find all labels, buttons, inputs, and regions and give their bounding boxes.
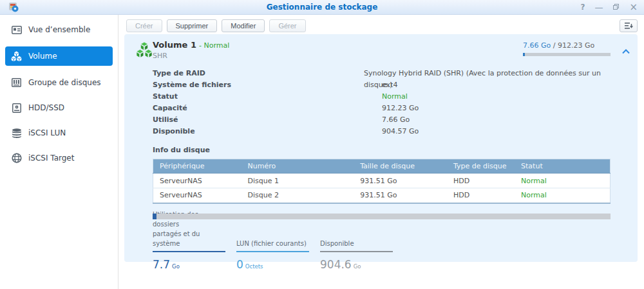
sidebar: Vue d’ensemble — [0, 15, 118, 289]
legend-underline — [236, 251, 309, 252]
table-row[interactable]: ServeurNAS Disque 1 931.51 Go HDD Normal — [153, 174, 611, 188]
volume-cubes-icon — [11, 51, 22, 62]
iscsi-lun-icon — [11, 128, 22, 139]
usage-total-value: 912.23 Go — [558, 41, 594, 50]
chevron-up-icon[interactable] — [622, 48, 630, 56]
detail-row-status: Statut Normal — [153, 91, 611, 103]
iscsi-target-icon — [11, 153, 22, 164]
delete-button[interactable]: Supprimer — [167, 19, 218, 32]
col-size[interactable]: Taille de disque — [354, 159, 447, 174]
disk-table-header-row: Périphérique Numéro Taille de disque Typ… — [153, 159, 611, 174]
sidebar-item-label: Groupe de disques — [28, 78, 101, 87]
sidebar-item-label: iSCSI LUN — [28, 128, 66, 137]
usage-breakdown-bar-used — [153, 214, 156, 219]
volume-name: Volume 1 — [153, 40, 196, 50]
window-controls: ? — × — [580, 0, 638, 15]
window-title: Gestionnaire de stockage — [0, 3, 644, 12]
volume-status-badge: - Normal — [199, 41, 229, 50]
modify-button[interactable]: Modifier — [222, 19, 265, 32]
sidebar-item-vue-densemble[interactable]: Vue d’ensemble — [5, 21, 113, 38]
legend-underline — [153, 251, 225, 252]
col-number[interactable]: Numéro — [242, 159, 354, 174]
sidebar-item-hdd-ssd[interactable]: HDD/SSD — [5, 99, 113, 116]
sidebar-item-label: Vue d’ensemble — [28, 25, 90, 34]
col-status[interactable]: Statut — [515, 159, 610, 174]
help-icon[interactable]: ? — [580, 0, 585, 15]
detail-row-available: Disponible 904.57 Go — [153, 126, 611, 137]
sort-descending-icon[interactable] — [620, 19, 638, 32]
sidebar-item-label: iSCSI Target — [28, 154, 74, 163]
overview-icon — [11, 25, 22, 35]
legend-value: 904.6Go — [320, 258, 393, 271]
table-row[interactable]: ServeurNAS Disque 2 931.51 Go HDD Normal — [153, 188, 611, 203]
usage-used-value: 7.66 Go — [523, 41, 551, 50]
legend-value: 0Octets — [236, 258, 309, 271]
close-icon[interactable]: × — [629, 0, 638, 15]
volume-details: Type de RAID Synology Hybrid RAID (SHR) … — [153, 68, 611, 137]
sidebar-item-label: Volume — [28, 52, 57, 61]
sidebar-item-label: HDD/SSD — [28, 103, 64, 112]
usage-legend: Utilisation des dossiers partagés et du … — [153, 227, 611, 271]
legend-underline — [320, 251, 393, 252]
volume-header[interactable]: Volume 1 - Normal SHR 7.66 Go / 912.23 G… — [153, 40, 611, 65]
storage-manager-window: Gestionnaire de stockage ? — × — [0, 0, 644, 289]
disk-info-table: Périphérique Numéro Taille de disque Typ… — [153, 159, 611, 204]
maximize-icon[interactable] — [612, 0, 620, 15]
volume-usage-progressbar-fill — [523, 53, 525, 56]
legend-lun: LUN (fichier courants) 0Octets — [236, 227, 309, 271]
titlebar: Gestionnaire de stockage ? — × — [0, 0, 644, 15]
detail-row-raid-type: Type de RAID Synology Hybrid RAID (SHR) … — [153, 68, 611, 79]
disk-info-title: Info du disque — [153, 146, 611, 154]
legend-shared-system: Utilisation des dossiers partagés et du … — [153, 227, 225, 271]
sidebar-item-groupe-de-disques[interactable]: Groupe de disques — [5, 74, 113, 91]
legend-value: 7.7Go — [153, 258, 225, 271]
legend-available: Disponible 904.6Go — [320, 227, 393, 271]
volume-usage-progressbar — [523, 53, 611, 56]
detail-row-filesystem: Système de fichiers ext4 — [153, 79, 611, 91]
main-content: Créer Supprimer Modifier Gérer — [118, 15, 644, 289]
col-type[interactable]: Type de disque — [447, 159, 515, 174]
col-device[interactable]: Périphérique — [153, 159, 242, 174]
detail-row-used: Utilisé 7.66 Go — [153, 114, 611, 126]
toolbar: Créer Supprimer Modifier Gérer — [118, 15, 644, 34]
disk-group-icon — [11, 77, 22, 88]
usage-separator: / — [551, 41, 558, 50]
volume-panel: Volume 1 - Normal SHR 7.66 Go / 912.23 G… — [124, 34, 638, 262]
volume-green-cubes-icon — [136, 41, 153, 61]
create-button[interactable]: Créer — [126, 19, 162, 32]
detail-row-capacity: Capacité 912.23 Go — [153, 103, 611, 114]
sidebar-item-iscsi-target[interactable]: iSCSI Target — [5, 150, 113, 166]
sidebar-item-volume[interactable]: Volume — [5, 46, 113, 66]
minimize-icon[interactable]: — — [594, 0, 603, 15]
sidebar-item-iscsi-lun[interactable]: iSCSI LUN — [5, 125, 113, 141]
manage-button[interactable]: Gérer — [269, 19, 305, 32]
hdd-icon — [11, 103, 22, 114]
volume-usage-summary: 7.66 Go / 912.23 Go — [523, 41, 611, 56]
usage-breakdown-bar — [153, 214, 611, 219]
